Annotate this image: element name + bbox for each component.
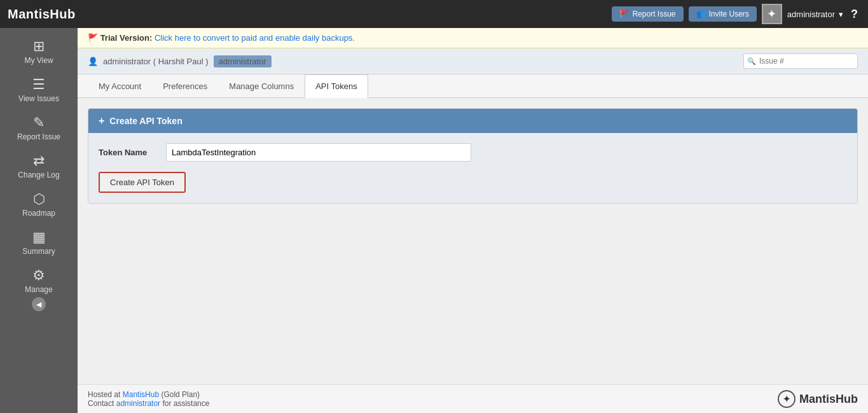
- token-name-label: Token Name: [99, 148, 156, 157]
- sidebar-item-changelog[interactable]: ⇄ Change Log: [0, 148, 78, 186]
- trial-banner: 🚩 Trial Version: Click here to convert t…: [78, 28, 868, 48]
- footer-logo: ✦ MantisHub: [778, 390, 858, 408]
- user-header: 👤 administrator ( Harshit Paul ) adminis…: [78, 48, 868, 74]
- sidebar-item-summary[interactable]: ▦ Summary: [0, 224, 78, 262]
- sidebar-collapse: ◀: [0, 297, 78, 311]
- token-name-row: Token Name: [99, 143, 847, 162]
- mantishub-logo-icon: ✦: [778, 390, 796, 408]
- page-content: + Create API Token Token Name Create API…: [78, 98, 868, 384]
- sidebar-item-viewissues[interactable]: ☰ View Issues: [0, 71, 78, 109]
- create-token-header: + Create API Token: [88, 109, 857, 133]
- main-layout: ⊞ My View ☰ View Issues ✎ Report Issue ⇄…: [0, 28, 868, 413]
- help-button[interactable]: ?: [848, 8, 860, 21]
- reportissue-icon: ✎: [33, 116, 45, 130]
- username-link[interactable]: administrator ( Harshit Paul ): [103, 57, 209, 66]
- app-logo: MantisHub: [8, 7, 76, 22]
- user-info: 👤 administrator ( Harshit Paul ) adminis…: [88, 55, 272, 67]
- sidebar-item-manage[interactable]: ⚙ Manage: [0, 262, 78, 300]
- flag-icon: 🚩: [619, 10, 629, 18]
- roadmap-icon: ⬡: [33, 192, 45, 206]
- changelog-icon: ⇄: [33, 154, 45, 168]
- sidebar-item-roadmap[interactable]: ⬡ Roadmap: [0, 186, 78, 224]
- user-icon: 👤: [88, 57, 98, 66]
- create-btn-wrapper: Create API Token: [99, 172, 847, 193]
- report-issue-button[interactable]: 🚩 Report Issue: [612, 6, 683, 22]
- token-name-input[interactable]: [166, 143, 471, 162]
- tabs-bar: My Account Preferences Manage Columns AP…: [78, 74, 868, 98]
- create-token-title: Create API Token: [109, 116, 182, 126]
- admin-contact-link[interactable]: administrator: [116, 399, 160, 408]
- top-nav-actions: 🚩 Report Issue 👥 Invite Users ✦ administ…: [612, 4, 860, 24]
- summary-icon: ▦: [32, 230, 46, 244]
- create-api-token-button[interactable]: Create API Token: [99, 172, 186, 193]
- create-token-section: + Create API Token Token Name Create API…: [88, 108, 858, 204]
- top-navigation: MantisHub 🚩 Report Issue 👥 Invite Users …: [0, 0, 868, 28]
- footer-text: Hosted at MantisHub (Gold Plan) Contact …: [88, 390, 209, 408]
- chevron-down-icon: ▾: [839, 10, 843, 19]
- myview-icon: ⊞: [33, 39, 45, 53]
- tab-managecolumns[interactable]: Manage Columns: [218, 74, 305, 98]
- sidebar-item-reportissue[interactable]: ✎ Report Issue: [0, 109, 78, 148]
- issue-search-wrapper: [743, 53, 858, 69]
- content-area: 🚩 Trial Version: Click here to convert t…: [78, 28, 868, 413]
- sidebar-item-myview[interactable]: ⊞ My View: [0, 33, 78, 71]
- avatar: ✦: [762, 4, 782, 24]
- invite-users-button[interactable]: 👥 Invite Users: [689, 6, 757, 22]
- footer: Hosted at MantisHub (Gold Plan) Contact …: [78, 384, 868, 413]
- users-icon: 👥: [696, 10, 706, 18]
- collapse-sidebar-button[interactable]: ◀: [32, 297, 46, 311]
- manage-icon: ⚙: [32, 269, 45, 283]
- mantishub-link[interactable]: MantisHub: [123, 390, 159, 399]
- viewissues-icon: ☰: [32, 78, 45, 92]
- role-badge: administrator: [214, 55, 272, 67]
- issue-search-input[interactable]: [743, 53, 858, 69]
- tab-preferences[interactable]: Preferences: [152, 74, 218, 98]
- trial-link[interactable]: Click here to convert to paid and enable…: [155, 33, 355, 43]
- trial-prefix: 🚩 Trial Version:: [88, 33, 152, 43]
- user-menu[interactable]: administrator ▾: [787, 10, 843, 19]
- sidebar: ⊞ My View ☰ View Issues ✎ Report Issue ⇄…: [0, 28, 78, 413]
- plus-icon: +: [99, 115, 104, 127]
- tab-apitokens[interactable]: API Tokens: [305, 74, 368, 98]
- tab-myaccount[interactable]: My Account: [88, 74, 152, 98]
- create-token-body: Token Name Create API Token: [88, 133, 857, 203]
